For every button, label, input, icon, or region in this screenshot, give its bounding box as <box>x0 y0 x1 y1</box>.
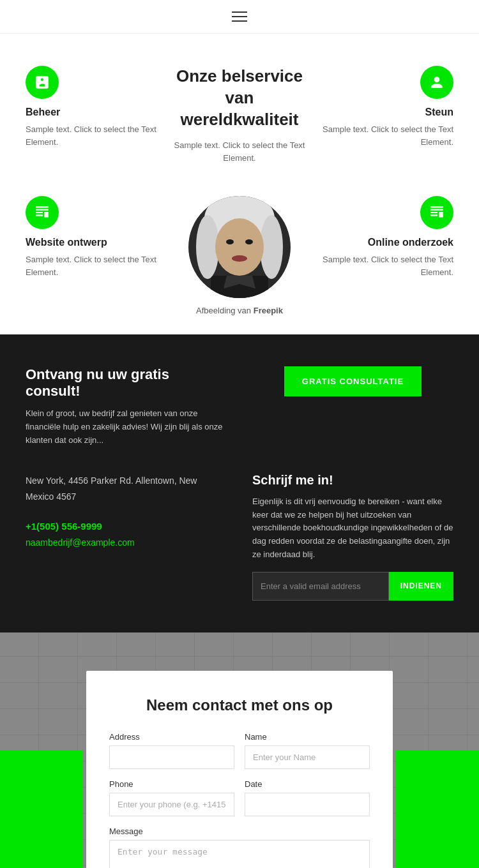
service-steun: Steun Sample text. Click to select the T… <box>319 66 453 148</box>
svg-point-4 <box>215 218 264 276</box>
consult-btn-wrap: GRATIS CONSULTATIE <box>252 366 453 396</box>
website-title: Website ontwerp <box>26 237 160 248</box>
profile-center: Afbeelding van Freepik <box>172 196 307 315</box>
beheer-title: Beheer <box>26 107 160 118</box>
address-group: Address <box>109 732 234 769</box>
service-online: Online onderzoek Sample text. Click to s… <box>319 196 453 278</box>
website-icon <box>26 196 59 229</box>
message-group: Message <box>109 827 370 868</box>
online-text: Sample text. Click to select the Text El… <box>319 253 453 278</box>
svg-point-7 <box>232 255 247 262</box>
main-heading: Onze belservice van wereldkwaliteit <box>172 66 307 130</box>
form-row-1: Address Name <box>109 732 370 769</box>
green-accent-left <box>0 751 83 868</box>
center-text: Sample text. Click to select the Text El… <box>172 139 307 164</box>
contact-phone: +1(505) 556-9999 <box>26 518 227 535</box>
service-website: Website ontwerp Sample text. Click to se… <box>26 196 160 278</box>
phone-input[interactable] <box>109 793 234 816</box>
service-center-heading: Onze belservice van wereldkwaliteit Samp… <box>172 66 307 164</box>
message-label: Message <box>109 827 370 836</box>
steun-text: Sample text. Click to select the Text El… <box>319 123 453 148</box>
consult-title: Ontvang nu uw gratis consult! <box>26 366 227 400</box>
contact-form-title: Neem contact met ons op <box>109 696 370 714</box>
phone-group: Phone <box>109 779 234 816</box>
svg-point-5 <box>226 239 234 244</box>
consult-button[interactable]: GRATIS CONSULTATIE <box>284 366 422 396</box>
freepik-caption: Afbeelding van Freepik <box>196 306 283 315</box>
email-row: INDIENEN <box>252 572 453 601</box>
form-row-3: Message <box>109 827 370 868</box>
online-title: Online onderzoek <box>368 237 453 248</box>
consult-text: Klein of groot, uw bedrijf zal genieten … <box>26 407 227 447</box>
hamburger-menu[interactable] <box>232 11 247 22</box>
schrijf-text: Eigenlijk is dit vrij eenvoudig te berei… <box>252 495 453 562</box>
website-text: Sample text. Click to select the Text El… <box>26 253 160 278</box>
phone-label: Phone <box>109 779 234 789</box>
schrijf-title: Schrijf me in! <box>252 473 453 488</box>
online-icon <box>420 196 453 229</box>
svg-point-6 <box>245 239 253 244</box>
date-label: Date <box>245 779 370 789</box>
address-input[interactable] <box>109 745 234 769</box>
contact-email: naambedrijf@example.com <box>26 535 227 551</box>
schrijf-col: Schrijf me in! Eigenlijk is dit vrij een… <box>252 473 453 601</box>
contact-address: New York, 4456 Parker Rd. Allentown, New… <box>26 473 227 505</box>
date-group: Date <box>245 779 370 816</box>
message-input[interactable] <box>109 840 370 868</box>
indienen-button[interactable]: INDIENEN <box>389 572 453 601</box>
email-input[interactable] <box>252 572 389 601</box>
green-accent-right <box>396 751 479 868</box>
name-input[interactable] <box>245 745 370 769</box>
service-beheer: Beheer Sample text. Click to select the … <box>26 66 160 148</box>
steun-title: Steun <box>425 107 453 118</box>
dark-section: Ontvang nu uw gratis consult! Klein of g… <box>0 334 479 632</box>
services-top-section: Beheer Sample text. Click to select the … <box>0 34 479 334</box>
navigation <box>0 0 479 34</box>
steun-icon <box>420 66 453 99</box>
name-group: Name <box>245 732 370 769</box>
beheer-icon <box>26 66 59 99</box>
name-label: Name <box>245 732 370 742</box>
address-label: Address <box>109 732 234 742</box>
contact-section: Neem contact met ons op Address Name Pho… <box>0 632 479 868</box>
contact-form: Address Name Phone Date <box>109 732 370 868</box>
form-row-2: Phone Date <box>109 779 370 816</box>
beheer-text: Sample text. Click to select the Text El… <box>26 123 160 148</box>
profile-image <box>188 196 291 298</box>
contact-info: New York, 4456 Parker Rd. Allentown, New… <box>26 473 227 601</box>
consult-info: Ontvang nu uw gratis consult! Klein of g… <box>26 366 227 447</box>
contact-card: Neem contact met ons op Address Name Pho… <box>86 671 393 868</box>
date-input[interactable] <box>245 793 370 816</box>
